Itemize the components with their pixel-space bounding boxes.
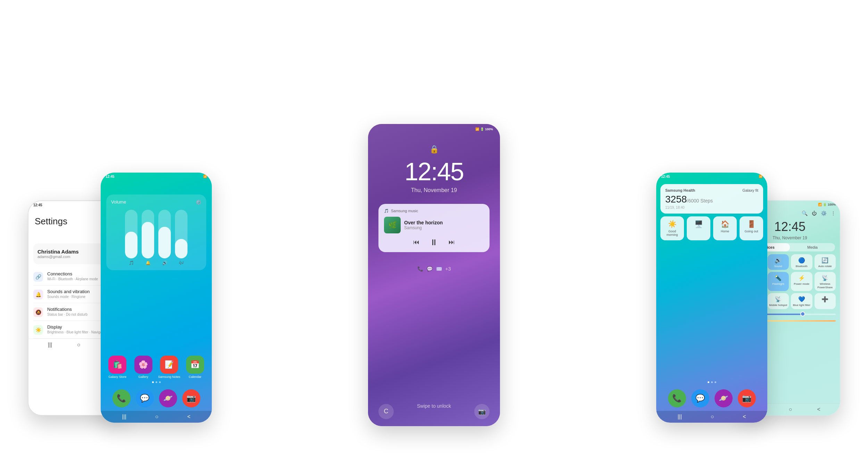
tile-label: Mobile hotspot [769,304,787,307]
list-item[interactable]: ☀️ Good morning [660,216,684,241]
call-notif-icon: 📞 [417,266,423,272]
app-label: Samsung Notes [158,375,180,379]
list-item[interactable]: 🛍️ Galaxy Store [106,356,129,379]
home-dock: 📞 💬 🪐 📷 [660,386,764,411]
volume-screen: 12:45 📶 Volume ⚙️ 🎵 [101,173,212,423]
samsung-health-card[interactable]: Samsung Health Galaxy fit 3258/6000 Step… [660,184,763,214]
camera-quick-launch[interactable]: 📷 [474,404,490,419]
list-item[interactable]: 🔊 Sound [768,254,789,270]
vol-icon-media: 🎵 [129,260,134,265]
messages-dock-icon[interactable]: 💬 [136,389,154,407]
list-item[interactable]: 🚪 Going out [740,216,763,241]
internet-icon[interactable]: 🪐 [715,389,733,407]
camera-icon[interactable]: 📷 [738,389,756,407]
volume-sliders: 🎵 🔔 🔊 [111,210,201,265]
list-item[interactable]: 💙 Blue light filter [791,293,812,309]
vol-fill [175,239,187,258]
vol-slider-media[interactable]: 🎵 [125,210,137,265]
dot [708,381,709,383]
page-dots [101,381,212,383]
user-info: Christina Adams adams@gmail.com [37,249,101,259]
home-button[interactable]: ○ [789,406,792,413]
tile-label: Good morning [662,230,682,237]
notification-icons: 📞 💬 ✉️ +3 [417,266,451,272]
navigation-bar-4: ||| ○ < [656,411,767,423]
browser-dock-icon[interactable]: 🪐 [159,389,177,407]
music-card: 🎵 Samsung music 🌿 Over the horizon Samsu… [378,204,490,252]
list-item[interactable]: 📡 Mobile hotspot [768,293,789,309]
list-item[interactable]: 🔵 Bluetooth [791,254,812,270]
tile-label: Flashlight [772,282,784,286]
back-button[interactable]: < [743,414,746,420]
search-icon[interactable]: 🔍 [802,210,808,216]
rotate-tile-icon: 🔄 [821,257,828,264]
list-item[interactable]: ⚡ Power mode [791,272,812,291]
list-item[interactable]: 🖥️ [687,216,710,241]
phone-icon[interactable]: 📞 [668,389,686,407]
emergency-call-button[interactable]: C [378,404,394,419]
navigation-bar-2: ||| ○ < [101,411,212,423]
health-header: Samsung Health Galaxy fit [665,188,758,192]
vol-track [142,210,154,258]
home-page-dots [656,381,767,383]
vol-icon-ring: 🔔 [145,260,151,265]
list-item[interactable]: 📡 Wireless PowerShare [815,272,836,291]
vol-icon-call: 🔊 [162,260,167,265]
list-item[interactable]: 🏠 Home [713,216,737,241]
more-options-icon[interactable]: ⋮ [831,210,836,216]
phone-dock-icon[interactable]: 📞 [112,389,131,407]
dot [711,381,713,383]
message-notif-icon: 💬 [427,266,433,272]
recent-apps-button[interactable]: ||| [48,342,52,348]
list-item[interactable]: 🌸 Gallery [132,356,155,379]
lock-screen: 📶 🔋 100% 🔒 12:45 Thu, November 19 🎵 Sams… [368,124,500,426]
vol-slider-call[interactable]: 🔊 [158,210,171,265]
back-button[interactable]: < [817,406,820,413]
vol-fill [158,227,171,258]
previous-button[interactable]: ⏮ [413,239,419,246]
add-tile-button[interactable]: ➕ [815,293,836,309]
health-app-name: Samsung Health [665,188,695,192]
wireless-share-tile-icon: 📡 [821,275,828,281]
lock-time: 12:45 [404,157,464,186]
add-icon: ➕ [821,296,828,302]
music-text: Over the horizon Samsung [404,220,443,230]
health-device-name: Galaxy fit [742,188,758,192]
list-item[interactable]: 📝 Samsung Notes [158,356,181,379]
recent-apps-button[interactable]: ||| [122,414,126,420]
user-email: adams@gmail.com [37,255,101,259]
steps-count: 3258/6000 Steps [665,194,758,205]
vol-slider-ring[interactable]: 🔔 [142,210,154,265]
home-button[interactable]: ○ [711,414,714,420]
list-item[interactable]: 🔦 Flashlight [768,272,789,291]
next-button[interactable]: ⏭ [449,239,455,246]
smart-home-icon: 🖥️ [694,220,703,228]
settings-icon[interactable]: ⚙️ [821,210,827,216]
hotspot-tile-icon: 📡 [775,296,782,302]
list-item[interactable]: 🔄 Auto rotate [815,254,836,270]
home-button[interactable]: ○ [155,414,159,420]
app-label: Gallery [138,375,148,379]
list-item[interactable]: 📅 Calendar [184,356,207,379]
status-icons-5: 📶 🔋 100% [818,203,836,206]
galaxy-store-icon: 🛍️ [108,356,126,374]
back-button[interactable]: < [187,414,190,420]
music-app-name: 🎵 Samsung music [384,209,484,213]
pause-button[interactable]: ⏸ [430,238,438,247]
power-icon[interactable]: ⏻ [812,210,817,216]
camera-dock-icon[interactable]: 📷 [182,389,200,407]
vol-slider-alarm[interactable]: 🎶 [175,210,187,265]
lock-bottom-actions: C 📷 [368,404,500,419]
email-notif-icon: ✉️ [436,266,442,272]
dock: 📞 💬 🪐 📷 [104,386,208,411]
home-button[interactable]: ○ [77,342,81,348]
volume-settings-icon[interactable]: ⚙️ [195,199,201,205]
tile-label: Bluetooth [796,265,808,268]
recent-apps-button[interactable]: ||| [677,414,682,420]
tile-label: Blue light filter [793,304,810,307]
music-controls: ⏮ ⏸ ⏭ [384,238,484,247]
tab-media[interactable]: Media [790,243,835,251]
messages-icon[interactable]: 💬 [691,389,709,407]
phone-lockscreen: 📶 🔋 100% 🔒 12:45 Thu, November 19 🎵 Sams… [368,124,500,426]
dot [159,381,161,383]
